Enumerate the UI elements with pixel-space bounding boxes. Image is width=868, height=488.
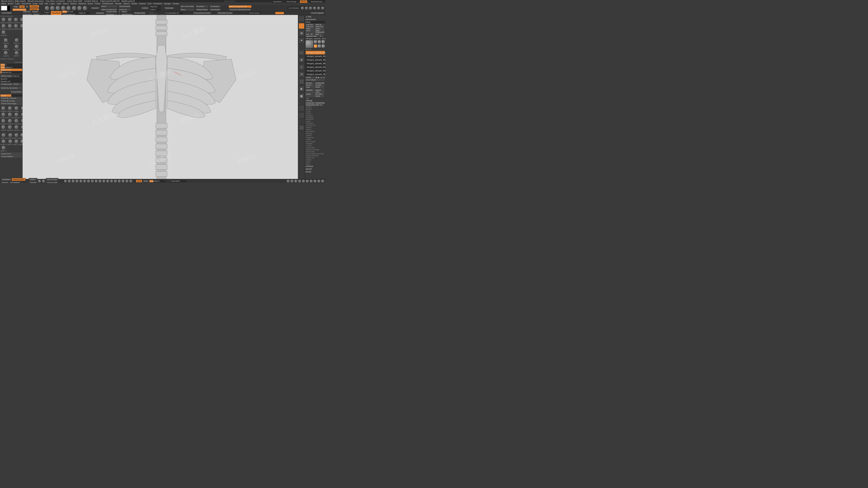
groupssplit-button[interactable]: Groups Split [46,181,58,183]
showpt-button[interactable]: ShowPt [29,181,37,183]
brush-CurveTu[interactable]: CurveTu [0,38,11,44]
bottombrush-Inflat[interactable] [114,180,117,183]
flash-icon-2[interactable] [305,6,308,10]
rollout-visibility[interactable]: Visibility [305,134,325,136]
flash-icon-6[interactable] [321,6,324,10]
rollout-project[interactable]: Project [305,110,325,112]
bottombrush-flash_G[interactable] [121,180,125,183]
rollout-initialize[interactable]: Initialize [305,159,325,161]
rollout-polygroups[interactable]: Polygroups [305,136,325,138]
tessimate-button[interactable]: Tessimate [164,6,174,9]
subtool-list[interactable]: Merged_uploads_files_305956Merged_upload… [305,51,325,76]
brush-Smooth[interactable]: Smooth [13,125,20,131]
inverse-button[interactable]: Inverse [1,181,9,183]
split-rollout[interactable]: Split [305,97,325,99]
bottombrush-flash_Ex[interactable] [306,180,309,183]
shrinkmask-button[interactable]: ShrinkMask [209,8,221,11]
rollout-polypaint[interactable]: Polypaint [305,142,325,144]
tool-Cylinder[interactable] [314,40,317,43]
pastetool-button[interactable]: Paste Tool [315,26,324,28]
loadtool-button-r[interactable]: Load Tool [305,24,315,26]
rollout-uv-map[interactable]: UV Map [305,144,325,147]
rollout-extract[interactable]: Extract [305,112,325,114]
clone-button[interactable]: Clone [305,30,315,33]
menu-material[interactable]: Material [79,2,86,5]
brush-TrimRec[interactable]: TrimRec [7,119,13,125]
brush-TrimLas[interactable]: TrimLas [13,119,20,125]
rollout-layers[interactable]: Layers [305,120,325,122]
bottombrush-Dam_St[interactable] [71,180,75,183]
import-button-r[interactable]: Import [305,28,315,30]
sideicon-8[interactable]: ⛶ [299,78,305,85]
brush-CurveLa[interactable]: CurveLa [7,24,13,30]
menu-document[interactable]: Document [22,2,31,5]
rollout-remesh[interactable]: Remesh [305,108,325,110]
growmask-button[interactable]: GrowMask [209,5,221,8]
bottombrush-flash_Ex[interactable] [313,180,317,183]
rollout-contact[interactable]: Contact [305,138,325,140]
rollout-fibermesh[interactable]: FiberMesh [305,122,325,124]
brush-Bolt_Po[interactable]: Bolt_Po [14,133,20,139]
groupdyna-button[interactable]: Group As Dynamesh Sub [229,8,251,11]
menu-stencil[interactable]: Stencil [123,2,129,5]
subtool-item[interactable]: Merged_uploads_files_305956 [306,58,325,62]
fillobject-button[interactable]: FillObject [29,5,39,8]
autogroups-button[interactable]: Auto Groups [46,178,58,181]
flash-icon-5[interactable] [317,6,320,10]
flash-icon-4[interactable] [313,6,316,10]
brush-CurveTu[interactable]: CurveTu [0,51,11,57]
delall-button[interactable]: Del All [315,95,324,97]
merge-rollout[interactable]: ▾Merge [305,99,325,102]
menus-button[interactable]: Menus [300,0,307,3]
groupfront-button[interactable]: Group Front [0,153,22,155]
brush-Bolt_cyl[interactable]: Bolt_cyl [0,133,7,139]
menu-stroke[interactable]: Stroke [131,2,137,5]
grouploops-button[interactable]: GroupsLoops [0,83,13,86]
showhideall-button[interactable]: Show/HideAll [118,5,131,8]
menu-macro[interactable]: Macro [63,2,68,5]
colorpicker[interactable] [275,12,284,14]
bottombrush-flash_Ex[interactable] [321,180,324,183]
quicksave-button[interactable]: QuickSave [272,0,283,3]
brush-Pen Sha[interactable]: Pen Sha [11,44,22,51]
rollout-boolean[interactable]: Boolean [305,106,325,108]
mergevisible-button-r[interactable]: MergeVisible [305,104,315,106]
brush-LFS_Clot[interactable]: LFS_Clot [7,112,13,119]
active-tool-thumb[interactable] [306,40,313,48]
rollout-surface[interactable]: Surface [305,128,325,130]
export-button[interactable]: Export [31,10,39,13]
brush-SliceCur[interactable]: SliceCur [0,112,6,119]
brush-Bolt_Di[interactable]: Bolt_Di [20,139,23,145]
tool-icon-7[interactable] [83,6,88,11]
frompolypaint-button[interactable]: From Polypaint [310,11,324,14]
sideicon-12[interactable] [299,112,305,119]
sideicon-10[interactable]: ▦ [299,93,305,99]
menu-preferences[interactable]: Preferences [102,2,113,5]
bottom-icon-2[interactable] [42,180,45,183]
subtool-item[interactable]: Merged_uploads_files_305956 [306,62,325,65]
alllow-button[interactable]: All Low [305,84,315,86]
bottombrush-TrimAd[interactable] [98,180,102,183]
viewmask-button[interactable]: ViewMask [1,178,11,181]
sideicon-6[interactable]: + [299,64,305,70]
deletesym-button[interactable]: Delete By Symmetry [0,87,22,89]
extract-button[interactable]: Extract [141,6,149,9]
bottombrush-ClayTub[interactable] [83,180,87,183]
bottombrush-Move[interactable] [102,180,106,183]
rollout-morph-target[interactable]: Morph Target [305,140,325,142]
autocollapse-button[interactable]: Auto Collapse [305,79,325,81]
menu-marker[interactable]: Marker [70,2,76,5]
rollout-geometry[interactable]: Geometry [305,114,325,116]
allhigh-button[interactable]: All High [315,84,324,86]
paste-button[interactable]: Paste [315,86,324,88]
rollout-normal-map[interactable]: Normal Map [305,151,325,153]
bottombrush-flash_Ex[interactable] [294,180,298,183]
backfacemask-button[interactable]: BackfaceMask [11,178,26,181]
brush-MaskFe[interactable]: MaskFe [7,18,13,24]
duplicate-button[interactable]: Duplicate [95,11,105,14]
menu-transform[interactable]: Transform [153,2,162,5]
brush-ClipCir[interactable]: ClipCir [20,106,23,112]
brush-Bolt_cyl[interactable]: Bolt_cyl [20,133,23,139]
slider-Inflate 5[interactable]: Inflate 5 [0,64,22,66]
slider-Inflate Balloon 5[interactable]: Inflate Balloon 5 [0,66,22,68]
